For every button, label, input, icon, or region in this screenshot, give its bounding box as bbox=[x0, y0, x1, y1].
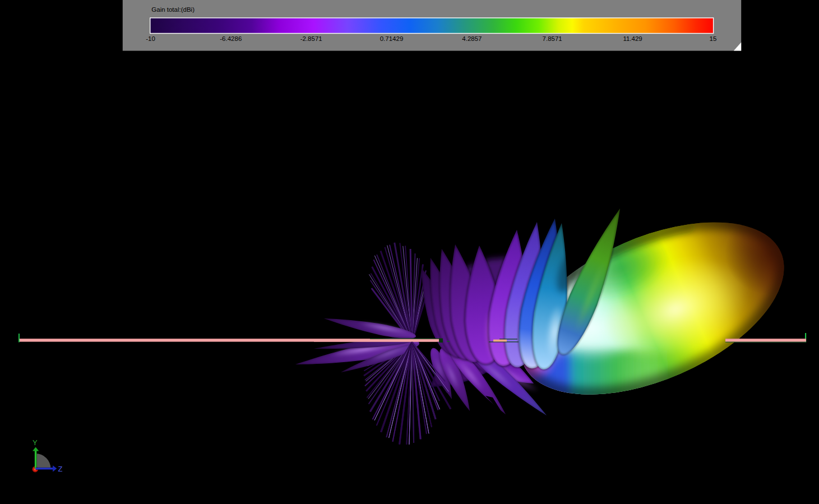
svg-text:-10: -10 bbox=[146, 35, 155, 42]
svg-text:7.8571: 7.8571 bbox=[543, 35, 562, 42]
svg-text:Gain total:(dBi): Gain total:(dBi) bbox=[151, 6, 195, 13]
svg-text:4.2857: 4.2857 bbox=[462, 35, 482, 42]
svg-text:11.429: 11.429 bbox=[623, 35, 642, 42]
svg-text:Y: Y bbox=[33, 438, 38, 447]
svg-text:-6.4286: -6.4286 bbox=[220, 35, 242, 42]
svg-text:Z: Z bbox=[58, 465, 63, 473]
svg-text:15: 15 bbox=[710, 35, 717, 42]
svg-text:-2.8571: -2.8571 bbox=[300, 35, 322, 42]
svg-text:0.71429: 0.71429 bbox=[380, 35, 404, 42]
